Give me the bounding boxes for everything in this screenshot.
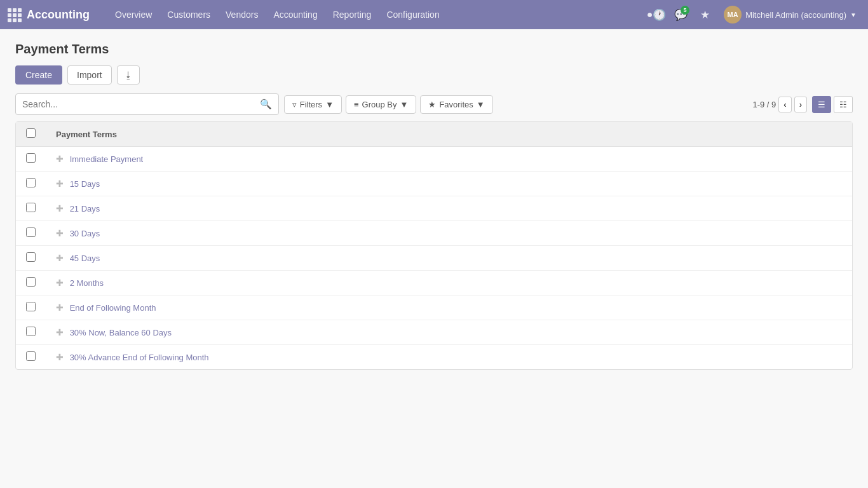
search-input[interactable] <box>22 99 260 109</box>
payment-term-name[interactable]: Immediate Payment <box>70 154 144 164</box>
chat-badge: 5 <box>681 6 689 15</box>
row-checkbox[interactable] <box>26 203 36 212</box>
prev-page-button[interactable]: ‹ <box>778 97 791 112</box>
payment-term-name[interactable]: 15 Days <box>70 179 100 189</box>
drag-handle-icon[interactable]: ✚ <box>56 352 64 362</box>
topbar: Accounting Overview Customers Vendors Ac… <box>0 0 868 29</box>
table-row: ✚ 30% Now, Balance 60 Days <box>16 320 852 345</box>
table-row: ✚ 15 Days <box>16 172 852 196</box>
table-row: ✚ Immediate Payment <box>16 147 852 172</box>
filter-group: ▿ Filters ▼ ≡ Group By ▼ ★ Favorites ▼ <box>284 95 493 114</box>
search-box: 🔍 <box>15 93 279 115</box>
nav-customers[interactable]: Customers <box>161 6 217 24</box>
table-row: ✚ 45 Days <box>16 246 852 271</box>
row-checkbox-cell <box>16 196 46 221</box>
row-checkbox[interactable] <box>26 277 36 287</box>
kanban-view-button[interactable]: ☷ <box>834 96 853 113</box>
clock-icon: ● <box>647 9 653 20</box>
row-checkbox-cell <box>16 172 46 196</box>
drag-handle-icon[interactable]: ✚ <box>56 154 64 164</box>
row-checkbox[interactable] <box>26 302 36 311</box>
search-filter-row: 🔍 ▿ Filters ▼ ≡ Group By ▼ ★ Favorites ▼… <box>15 93 853 115</box>
group-by-button[interactable]: ≡ Group By ▼ <box>346 95 416 114</box>
drag-handle-icon[interactable]: ✚ <box>56 179 64 189</box>
nav-reporting[interactable]: Reporting <box>327 6 378 24</box>
row-payment-term-cell: ✚ 2 Months <box>46 271 852 295</box>
nav-vendors[interactable]: Vendors <box>219 6 264 24</box>
table-row: ✚ 2 Months <box>16 271 852 295</box>
row-checkbox-cell <box>16 221 46 246</box>
nav-configuration[interactable]: Configuration <box>380 6 445 24</box>
apps-menu-icon[interactable] <box>8 8 20 21</box>
table-row: ✚ 30% Advance End of Following Month <box>16 345 852 370</box>
row-payment-term-cell: ✚ 21 Days <box>46 196 852 221</box>
row-checkbox[interactable] <box>26 252 36 262</box>
drag-handle-icon[interactable]: ✚ <box>56 327 64 337</box>
favorites-star-icon: ★ <box>428 100 436 109</box>
row-checkbox[interactable] <box>26 327 36 336</box>
clock-button[interactable]: ● 🕐 <box>648 6 665 24</box>
create-button[interactable]: Create <box>15 65 62 85</box>
nav-accounting[interactable]: Accounting <box>267 6 323 24</box>
action-toolbar: Create Import ⭳ <box>15 65 853 85</box>
user-menu[interactable]: MA Mitchell Admin (accounting) ▼ <box>720 3 860 26</box>
drag-handle-icon[interactable]: ✚ <box>56 228 64 238</box>
pagination-range: 1-9 / 9 <box>752 100 776 109</box>
filters-chevron-icon: ▼ <box>325 100 334 109</box>
row-payment-term-cell: ✚ 30% Advance End of Following Month <box>46 345 852 370</box>
payment-term-name[interactable]: End of Following Month <box>70 303 156 313</box>
search-icon[interactable]: 🔍 <box>260 98 272 110</box>
download-button[interactable]: ⭳ <box>117 65 140 85</box>
row-payment-term-cell: ✚ 30% Now, Balance 60 Days <box>46 320 852 345</box>
row-payment-term-cell: ✚ 15 Days <box>46 172 852 196</box>
topbar-right: ● 🕐 💬 5 ★ MA Mitchell Admin (accounting)… <box>648 3 860 26</box>
chat-button[interactable]: 💬 5 <box>672 6 689 24</box>
row-checkbox-cell <box>16 320 46 345</box>
main-nav: Overview Customers Vendors Accounting Re… <box>109 6 648 24</box>
column-header-payment-terms: Payment Terms <box>46 122 852 147</box>
list-view-icon: ☰ <box>818 100 825 109</box>
kanban-view-icon: ☷ <box>839 100 847 109</box>
row-checkbox-cell <box>16 271 46 295</box>
row-checkbox[interactable] <box>26 227 36 237</box>
next-page-button[interactable]: › <box>794 97 807 112</box>
row-payment-term-cell: ✚ 30 Days <box>46 221 852 246</box>
payment-term-name[interactable]: 30% Now, Balance 60 Days <box>70 328 172 337</box>
row-checkbox-cell <box>16 147 46 172</box>
payment-term-name[interactable]: 30% Advance End of Following Month <box>70 353 209 362</box>
row-checkbox-cell <box>16 345 46 370</box>
favorites-chevron-icon: ▼ <box>477 100 485 109</box>
star-button[interactable]: ★ <box>696 6 714 24</box>
download-icon: ⭳ <box>124 70 133 80</box>
payment-term-name[interactable]: 30 Days <box>70 229 100 238</box>
filter-icon: ▿ <box>292 100 297 109</box>
drag-handle-icon[interactable]: ✚ <box>56 203 64 214</box>
table-row: ✚ 21 Days <box>16 196 852 221</box>
payment-term-name[interactable]: 45 Days <box>70 254 100 263</box>
filters-button[interactable]: ▿ Filters ▼ <box>284 95 342 114</box>
drag-handle-icon[interactable]: ✚ <box>56 253 64 263</box>
user-chevron-icon: ▼ <box>850 11 857 18</box>
group-icon: ≡ <box>354 100 359 109</box>
nav-overview[interactable]: Overview <box>109 6 158 24</box>
select-all-cell <box>16 122 46 147</box>
row-checkbox[interactable] <box>26 178 36 187</box>
row-checkbox-cell <box>16 246 46 271</box>
payment-term-name[interactable]: 21 Days <box>70 204 100 214</box>
favorites-button[interactable]: ★ Favorites ▼ <box>420 95 492 114</box>
list-view-button[interactable]: ☰ <box>812 96 831 113</box>
payment-terms-table: Payment Terms ✚ Immediate Payment ✚ 15 D… <box>16 122 852 369</box>
drag-handle-icon[interactable]: ✚ <box>56 278 64 288</box>
row-checkbox[interactable] <box>26 153 36 163</box>
row-checkbox[interactable] <box>26 351 36 361</box>
import-button[interactable]: Import <box>67 65 112 85</box>
view-toggle: ☰ ☷ <box>812 96 853 113</box>
pagination: 1-9 / 9 ‹ › <box>752 97 807 112</box>
drag-handle-icon[interactable]: ✚ <box>56 302 64 313</box>
avatar: MA <box>724 6 742 24</box>
payment-term-name[interactable]: 2 Months <box>70 278 104 288</box>
select-all-checkbox[interactable] <box>26 128 36 138</box>
table-container: Payment Terms ✚ Immediate Payment ✚ 15 D… <box>15 121 853 370</box>
table-row: ✚ End of Following Month <box>16 295 852 320</box>
app-name: Accounting <box>27 8 90 22</box>
